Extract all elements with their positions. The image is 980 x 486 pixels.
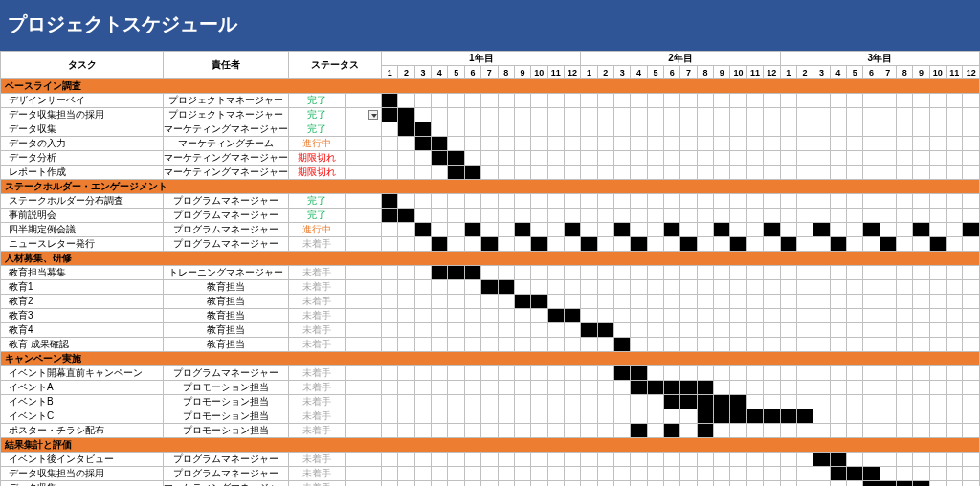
task-owner: プログラムマネージャー <box>164 467 288 481</box>
gantt-cell <box>614 323 631 338</box>
task-status: 未着手 <box>288 338 345 352</box>
gantt-cell <box>432 94 448 108</box>
gantt-cell <box>897 338 913 352</box>
gantt-cell <box>830 209 846 223</box>
gantt-cell <box>448 481 464 487</box>
task-status: 未着手 <box>288 366 345 381</box>
section-header: 結果集計と評価 <box>1 438 980 453</box>
gantt-cell <box>664 481 680 487</box>
gantt-cell <box>714 338 730 352</box>
status-dropdown-cell[interactable] <box>346 108 382 122</box>
gantt-cell <box>813 424 830 438</box>
gantt-cell <box>746 209 763 223</box>
gantt-cell <box>730 381 746 395</box>
gantt-cell <box>796 467 813 481</box>
gantt-cell <box>514 338 530 352</box>
month-header: 2 <box>597 66 613 79</box>
status-dropdown-cell <box>346 237 382 252</box>
gantt-cell <box>897 467 913 481</box>
gantt-cell <box>481 467 498 481</box>
gantt-cell <box>581 166 597 180</box>
gantt-cell <box>897 151 913 166</box>
gantt-cell <box>398 280 414 295</box>
gantt-cell <box>780 409 796 424</box>
gantt-cell <box>481 295 498 309</box>
gantt-cell <box>680 166 697 180</box>
gantt-cell <box>764 108 780 122</box>
gantt-cell <box>963 366 980 381</box>
gantt-cell <box>597 108 613 122</box>
task-owner: マーケティングマネージャー <box>164 166 288 180</box>
gantt-cell <box>597 223 613 237</box>
gantt-cell <box>796 223 813 237</box>
gantt-cell <box>830 280 846 295</box>
gantt-cell <box>746 366 763 381</box>
gantt-cell <box>581 366 597 381</box>
gantt-cell <box>414 481 431 487</box>
gantt-cell <box>764 424 780 438</box>
gantt-cell <box>680 395 697 409</box>
gantt-cell <box>647 309 663 323</box>
gantt-cell <box>963 453 980 467</box>
gantt-cell <box>531 481 547 487</box>
gantt-cell <box>764 94 780 108</box>
gantt-cell <box>514 122 530 137</box>
gantt-cell <box>963 424 980 438</box>
gantt-cell <box>764 453 780 467</box>
gantt-cell <box>680 323 697 338</box>
gantt-cell <box>382 309 398 323</box>
gantt-cell <box>382 323 398 338</box>
gantt-cell <box>631 453 647 467</box>
gantt-cell <box>647 481 663 487</box>
gantt-cell <box>398 409 414 424</box>
gantt-cell <box>531 166 547 180</box>
gantt-cell <box>880 237 896 252</box>
gantt-cell <box>382 467 398 481</box>
gantt-cell <box>514 151 530 166</box>
gantt-cell <box>564 453 580 467</box>
gantt-cell <box>697 453 713 467</box>
gantt-cell <box>929 194 946 209</box>
gantt-cell <box>531 409 547 424</box>
chevron-down-icon[interactable] <box>368 110 378 120</box>
gantt-cell <box>498 338 514 352</box>
gantt-cell <box>448 409 464 424</box>
gantt-cell <box>796 108 813 122</box>
gantt-cell <box>631 266 647 280</box>
gantt-cell <box>398 209 414 223</box>
gantt-cell <box>764 122 780 137</box>
gantt-cell <box>498 280 514 295</box>
task-name: データ収集担当の採用 <box>1 467 164 481</box>
gantt-cell <box>448 166 464 180</box>
gantt-cell <box>414 94 431 108</box>
gantt-cell <box>680 481 697 487</box>
gantt-cell <box>963 108 980 122</box>
gantt-cell <box>880 295 896 309</box>
gantt-cell <box>780 237 796 252</box>
section-header: ベースライン調査 <box>1 79 980 94</box>
gantt-cell <box>398 223 414 237</box>
gantt-cell <box>581 395 597 409</box>
gantt-cell <box>614 223 631 237</box>
gantt-cell <box>963 409 980 424</box>
gantt-cell <box>897 453 913 467</box>
gantt-cell <box>414 122 431 137</box>
task-name: ステークホルダー分布調査 <box>1 194 164 209</box>
gantt-cell <box>796 209 813 223</box>
gantt-cell <box>614 338 631 352</box>
gantt-cell <box>730 309 746 323</box>
gantt-cell <box>863 280 880 295</box>
task-status: 完了 <box>288 209 345 223</box>
gantt-cell <box>432 338 448 352</box>
gantt-cell <box>780 108 796 122</box>
task-name: データの入力 <box>1 137 164 151</box>
month-header: 3 <box>813 66 830 79</box>
gantt-cell <box>730 481 746 487</box>
gantt-cell <box>581 467 597 481</box>
gantt-cell <box>830 395 846 409</box>
gantt-cell <box>929 122 946 137</box>
gantt-cell <box>846 209 862 223</box>
gantt-cell <box>664 209 680 223</box>
gantt-cell <box>929 381 946 395</box>
gantt-cell <box>514 280 530 295</box>
